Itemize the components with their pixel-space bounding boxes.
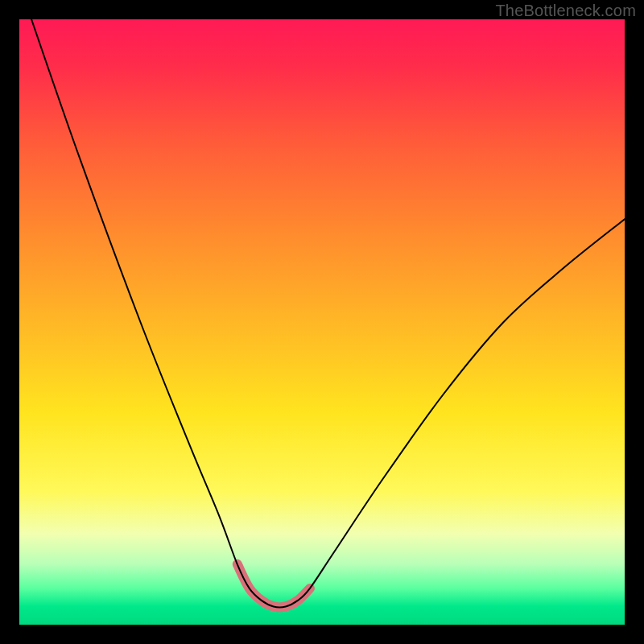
watermark-text: TheBottleneck.com: [495, 2, 636, 20]
bottleneck-curve: [31, 19, 625, 607]
curve-layer: [19, 19, 625, 625]
plot-area: [19, 19, 625, 625]
chart-frame: TheBottleneck.com: [0, 0, 644, 644]
